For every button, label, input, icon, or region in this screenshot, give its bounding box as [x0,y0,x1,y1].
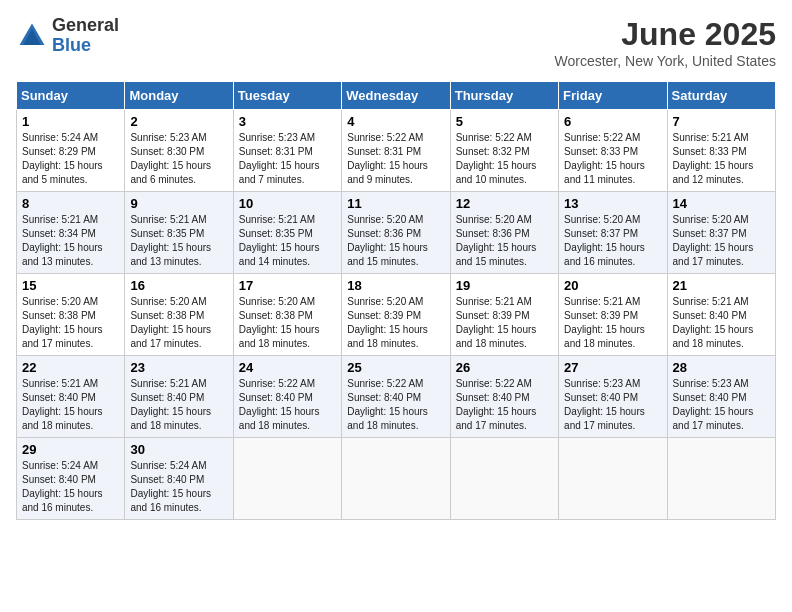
calendar-cell: 13Sunrise: 5:20 AMSunset: 8:37 PMDayligh… [559,192,667,274]
calendar-cell: 18Sunrise: 5:20 AMSunset: 8:39 PMDayligh… [342,274,450,356]
cell-info: Sunrise: 5:20 AMSunset: 8:36 PMDaylight:… [347,213,444,269]
calendar-cell: 20Sunrise: 5:21 AMSunset: 8:39 PMDayligh… [559,274,667,356]
day-number: 16 [130,278,227,293]
cell-info: Sunrise: 5:21 AMSunset: 8:34 PMDaylight:… [22,213,119,269]
day-number: 6 [564,114,661,129]
day-number: 24 [239,360,336,375]
calendar-cell: 25Sunrise: 5:22 AMSunset: 8:40 PMDayligh… [342,356,450,438]
day-number: 10 [239,196,336,211]
header-saturday: Saturday [667,82,775,110]
day-number: 25 [347,360,444,375]
calendar-cell: 17Sunrise: 5:20 AMSunset: 8:38 PMDayligh… [233,274,341,356]
calendar-week-row: 29Sunrise: 5:24 AMSunset: 8:40 PMDayligh… [17,438,776,520]
calendar-cell: 7Sunrise: 5:21 AMSunset: 8:33 PMDaylight… [667,110,775,192]
day-number: 23 [130,360,227,375]
title-block: June 2025 Worcester, New York, United St… [554,16,776,69]
header-monday: Monday [125,82,233,110]
location: Worcester, New York, United States [554,53,776,69]
day-number: 15 [22,278,119,293]
day-number: 29 [22,442,119,457]
calendar-cell: 11Sunrise: 5:20 AMSunset: 8:36 PMDayligh… [342,192,450,274]
calendar-cell: 4Sunrise: 5:22 AMSunset: 8:31 PMDaylight… [342,110,450,192]
calendar-week-row: 8Sunrise: 5:21 AMSunset: 8:34 PMDaylight… [17,192,776,274]
page-header: General Blue June 2025 Worcester, New Yo… [16,16,776,69]
day-number: 7 [673,114,770,129]
calendar-week-row: 1Sunrise: 5:24 AMSunset: 8:29 PMDaylight… [17,110,776,192]
calendar-cell: 30Sunrise: 5:24 AMSunset: 8:40 PMDayligh… [125,438,233,520]
calendar-cell [342,438,450,520]
cell-info: Sunrise: 5:23 AMSunset: 8:40 PMDaylight:… [564,377,661,433]
day-number: 26 [456,360,553,375]
calendar-cell: 19Sunrise: 5:21 AMSunset: 8:39 PMDayligh… [450,274,558,356]
day-number: 4 [347,114,444,129]
day-number: 30 [130,442,227,457]
cell-info: Sunrise: 5:21 AMSunset: 8:40 PMDaylight:… [130,377,227,433]
logo-general: General [52,16,119,36]
cell-info: Sunrise: 5:22 AMSunset: 8:40 PMDaylight:… [347,377,444,433]
calendar-cell: 23Sunrise: 5:21 AMSunset: 8:40 PMDayligh… [125,356,233,438]
calendar-cell: 2Sunrise: 5:23 AMSunset: 8:30 PMDaylight… [125,110,233,192]
logo-icon [16,20,48,52]
day-number: 20 [564,278,661,293]
calendar-header-row: SundayMondayTuesdayWednesdayThursdayFrid… [17,82,776,110]
cell-info: Sunrise: 5:21 AMSunset: 8:39 PMDaylight:… [564,295,661,351]
cell-info: Sunrise: 5:21 AMSunset: 8:35 PMDaylight:… [239,213,336,269]
calendar: SundayMondayTuesdayWednesdayThursdayFrid… [16,81,776,520]
day-number: 28 [673,360,770,375]
calendar-cell: 5Sunrise: 5:22 AMSunset: 8:32 PMDaylight… [450,110,558,192]
header-wednesday: Wednesday [342,82,450,110]
calendar-cell: 9Sunrise: 5:21 AMSunset: 8:35 PMDaylight… [125,192,233,274]
cell-info: Sunrise: 5:23 AMSunset: 8:30 PMDaylight:… [130,131,227,187]
calendar-cell: 3Sunrise: 5:23 AMSunset: 8:31 PMDaylight… [233,110,341,192]
calendar-cell: 10Sunrise: 5:21 AMSunset: 8:35 PMDayligh… [233,192,341,274]
logo-text: General Blue [52,16,119,56]
calendar-cell [450,438,558,520]
cell-info: Sunrise: 5:20 AMSunset: 8:39 PMDaylight:… [347,295,444,351]
cell-info: Sunrise: 5:22 AMSunset: 8:33 PMDaylight:… [564,131,661,187]
calendar-cell: 29Sunrise: 5:24 AMSunset: 8:40 PMDayligh… [17,438,125,520]
calendar-cell: 8Sunrise: 5:21 AMSunset: 8:34 PMDaylight… [17,192,125,274]
cell-info: Sunrise: 5:21 AMSunset: 8:35 PMDaylight:… [130,213,227,269]
calendar-cell: 28Sunrise: 5:23 AMSunset: 8:40 PMDayligh… [667,356,775,438]
calendar-cell: 26Sunrise: 5:22 AMSunset: 8:40 PMDayligh… [450,356,558,438]
cell-info: Sunrise: 5:22 AMSunset: 8:40 PMDaylight:… [456,377,553,433]
day-number: 11 [347,196,444,211]
day-number: 22 [22,360,119,375]
calendar-cell: 1Sunrise: 5:24 AMSunset: 8:29 PMDaylight… [17,110,125,192]
calendar-cell: 12Sunrise: 5:20 AMSunset: 8:36 PMDayligh… [450,192,558,274]
day-number: 12 [456,196,553,211]
cell-info: Sunrise: 5:24 AMSunset: 8:29 PMDaylight:… [22,131,119,187]
cell-info: Sunrise: 5:22 AMSunset: 8:31 PMDaylight:… [347,131,444,187]
cell-info: Sunrise: 5:22 AMSunset: 8:32 PMDaylight:… [456,131,553,187]
calendar-cell: 15Sunrise: 5:20 AMSunset: 8:38 PMDayligh… [17,274,125,356]
calendar-cell [233,438,341,520]
calendar-cell [559,438,667,520]
day-number: 18 [347,278,444,293]
cell-info: Sunrise: 5:24 AMSunset: 8:40 PMDaylight:… [130,459,227,515]
day-number: 14 [673,196,770,211]
calendar-cell: 27Sunrise: 5:23 AMSunset: 8:40 PMDayligh… [559,356,667,438]
header-sunday: Sunday [17,82,125,110]
day-number: 2 [130,114,227,129]
day-number: 9 [130,196,227,211]
calendar-cell: 6Sunrise: 5:22 AMSunset: 8:33 PMDaylight… [559,110,667,192]
cell-info: Sunrise: 5:21 AMSunset: 8:33 PMDaylight:… [673,131,770,187]
month-title: June 2025 [554,16,776,53]
cell-info: Sunrise: 5:20 AMSunset: 8:37 PMDaylight:… [673,213,770,269]
logo: General Blue [16,16,119,56]
day-number: 19 [456,278,553,293]
cell-info: Sunrise: 5:23 AMSunset: 8:40 PMDaylight:… [673,377,770,433]
cell-info: Sunrise: 5:23 AMSunset: 8:31 PMDaylight:… [239,131,336,187]
calendar-cell: 16Sunrise: 5:20 AMSunset: 8:38 PMDayligh… [125,274,233,356]
cell-info: Sunrise: 5:22 AMSunset: 8:40 PMDaylight:… [239,377,336,433]
calendar-cell: 24Sunrise: 5:22 AMSunset: 8:40 PMDayligh… [233,356,341,438]
cell-info: Sunrise: 5:21 AMSunset: 8:39 PMDaylight:… [456,295,553,351]
day-number: 5 [456,114,553,129]
day-number: 27 [564,360,661,375]
day-number: 3 [239,114,336,129]
header-thursday: Thursday [450,82,558,110]
calendar-cell: 14Sunrise: 5:20 AMSunset: 8:37 PMDayligh… [667,192,775,274]
cell-info: Sunrise: 5:21 AMSunset: 8:40 PMDaylight:… [22,377,119,433]
header-friday: Friday [559,82,667,110]
day-number: 13 [564,196,661,211]
